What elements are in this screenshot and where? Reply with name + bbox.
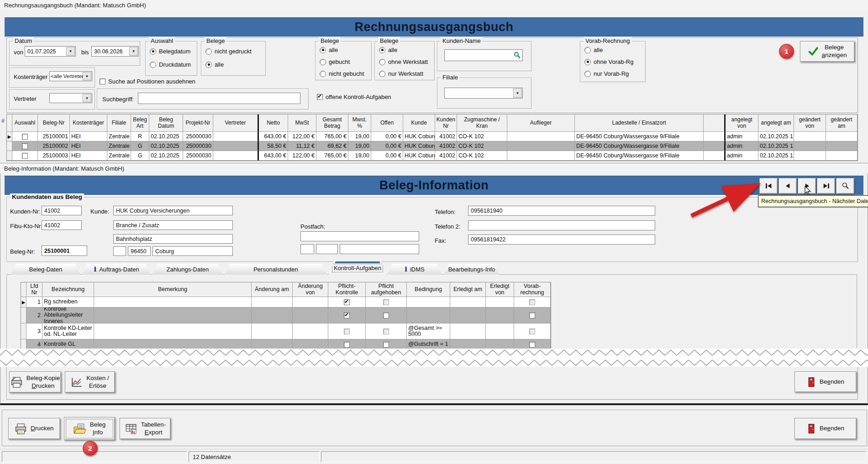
cell-filiale[interactable]: Zentrale [107, 151, 131, 161]
suchbegriff-input[interactable] [138, 93, 300, 104]
cell-ladestelle[interactable]: DE-96450 Coburg/Wassergasse 9/Filiale [575, 151, 704, 161]
cell-zugmaschine[interactable]: CO-K 102 [457, 151, 507, 161]
cell-geaendert-am[interactable] [826, 141, 857, 151]
col-header[interactable]: Änderung von [293, 282, 328, 297]
radio-icon[interactable] [320, 71, 326, 77]
beleg-info-button[interactable]: Beleg Info [64, 417, 115, 440]
postfach-field[interactable] [300, 231, 419, 241]
chevron-down-icon[interactable]: ▼ [83, 72, 91, 80]
row-select-checkbox[interactable] [22, 143, 28, 149]
radio-icon[interactable] [584, 47, 591, 53]
col-header[interactable] [7, 115, 12, 132]
tab-zahlungs-daten[interactable]: Zahlungs-Daten [153, 264, 223, 275]
cell-aenderung-von[interactable] [293, 323, 328, 339]
radio-icon[interactable] [379, 59, 385, 65]
cell-geaendert-von[interactable] [794, 151, 826, 161]
kunde-name-field[interactable]: HUK Coburg Versicherungen [113, 206, 233, 215]
cell-kunden-nr[interactable]: 41002 [435, 132, 457, 141]
buchung-alle-option[interactable]: alle [320, 47, 338, 53]
land-field[interactable] [113, 246, 126, 256]
cell-geaendert-von[interactable] [794, 141, 826, 151]
belege-alle-gedruckt-option[interactable]: alle [205, 61, 224, 68]
pflicht-aufgehoben-checkbox[interactable] [383, 313, 389, 318]
postfach-plz-field[interactable] [316, 244, 338, 254]
kunden-name-input[interactable] [444, 49, 523, 61]
cell-angelegt-am[interactable]: 02.10.2025 1 [758, 151, 794, 161]
cell-empty[interactable] [704, 132, 726, 141]
col-header[interactable] [704, 115, 726, 132]
nav-last-button[interactable] [817, 178, 835, 194]
cell-projekt-nr[interactable]: 25000030 [183, 151, 213, 161]
radio-icon[interactable] [150, 48, 156, 55]
cell-filiale[interactable]: Zentrale [107, 132, 131, 141]
cell-mwst[interactable]: 122,00 € [288, 151, 316, 161]
belege-nicht-gedruckt-option[interactable]: nicht gedruckt [205, 48, 252, 55]
plz-field[interactable]: 96450 [128, 246, 151, 256]
cell-auflieger[interactable] [507, 141, 575, 151]
cell-lfd-nr[interactable]: 3 [26, 323, 42, 339]
suche-positionen-checkbox[interactable] [100, 78, 105, 84]
cell-bezeichnung[interactable]: Kontrolle KD-Leiter od. NL-Leiter [42, 323, 94, 339]
vorab-nur-option[interactable]: nur Vorab-Rg [584, 70, 629, 77]
cell-vorab[interactable] [514, 323, 551, 339]
cell-beleg-nr[interactable]: 25100003 [38, 151, 70, 161]
col-header[interactable]: Auflieger [507, 115, 575, 132]
col-header[interactable]: angelegt von [726, 115, 758, 132]
cell-vertreter[interactable] [213, 141, 259, 151]
tabellen-export-button[interactable]: Tabellen- Export [120, 418, 171, 439]
pflicht-aufgehoben-checkbox[interactable] [383, 299, 389, 305]
col-header[interactable]: Bemerkung [94, 282, 252, 297]
col-header[interactable]: Erledigt von [486, 282, 514, 297]
cell-beleg-datum[interactable]: 02.10.2025 [149, 141, 183, 151]
col-header[interactable]: Projekt-Nr [183, 115, 213, 132]
date-to-combo[interactable]: 30.06.2026 ▼ [91, 46, 139, 57]
vorab-ohne-option[interactable]: ohne Vorab-Rg [584, 58, 633, 65]
beenden-button-main[interactable]: Beenden [794, 418, 857, 439]
cell-erledigt-am[interactable] [450, 297, 486, 308]
cell-erledigt-von[interactable] [486, 297, 514, 308]
ort-field[interactable]: Coburg [153, 246, 233, 256]
cell-aenderung-von[interactable] [293, 308, 328, 323]
cell-beleg-datum[interactable]: 02.10.2025 [149, 132, 183, 141]
cell-gesamt[interactable]: 765,00 € [316, 151, 348, 161]
tab-kontroll-aufgaben[interactable]: Kontroll-Aufgaben [329, 261, 386, 275]
cell-bemerkung[interactable] [94, 323, 252, 339]
cell-bemerkung[interactable] [94, 308, 252, 323]
cell-mwst-prozent[interactable]: 19,00 [348, 151, 371, 161]
tab-beleg-daten[interactable]: Beleg-Daten [11, 264, 80, 275]
pflicht-kontrolle-checkbox[interactable] [344, 299, 350, 305]
col-header[interactable]: angelegt am [758, 115, 794, 132]
chevron-down-icon[interactable]: ▼ [83, 94, 91, 102]
offene-kontroll-option[interactable]: offene Kontroll-Aufgaben [317, 94, 391, 100]
col-header[interactable]: Erledigt am [450, 282, 486, 297]
cell-netto[interactable]: 643,00 € [259, 151, 288, 161]
cell-pflicht-kontrolle[interactable] [328, 323, 366, 339]
col-header[interactable]: Auswahl [12, 115, 38, 132]
pflicht-aufgehoben-checkbox[interactable] [383, 342, 389, 348]
postfach-land-field[interactable] [300, 244, 314, 254]
cell-beleg-nr[interactable]: 25100002 [38, 141, 70, 151]
cell-pflicht-aufgehoben[interactable] [366, 308, 407, 323]
cell-projekt-nr[interactable]: 25000030 [183, 141, 213, 151]
cell-geaendert-am[interactable] [826, 151, 857, 161]
cell-kunden-nr[interactable]: 41002 [435, 141, 457, 151]
cell-angelegt-von[interactable]: admin [726, 151, 758, 161]
pflicht-kontrolle-checkbox[interactable] [344, 342, 350, 348]
cell-kostentraeger[interactable]: HEI [70, 141, 107, 151]
kunden-nr-field[interactable]: 41002 [42, 206, 82, 215]
cell-vertreter[interactable] [213, 151, 259, 161]
col-header[interactable]: Vorab-rechnung [514, 282, 551, 297]
vertreter-combo[interactable]: ▼ [49, 93, 92, 103]
cell-beleg-nr[interactable]: 25100001 [38, 132, 70, 141]
vorab-checkbox[interactable] [529, 313, 535, 318]
telefon-field[interactable]: 0956181940 [468, 206, 655, 216]
nav-search-button[interactable] [836, 178, 854, 194]
telefon2-field[interactable] [468, 220, 655, 230]
row-select-checkbox[interactable] [22, 153, 28, 159]
werkstatt-alle-option[interactable]: alle [379, 47, 397, 53]
cell-mwst-prozent[interactable]: 19,00 [348, 141, 371, 151]
cell-bemerkung[interactable] [94, 297, 252, 308]
cell-mwst-prozent[interactable]: 19,00 [348, 132, 371, 141]
vorab-alle-option[interactable]: alle [584, 47, 603, 53]
col-header[interactable]: Zugmaschine / Kran [457, 115, 507, 132]
